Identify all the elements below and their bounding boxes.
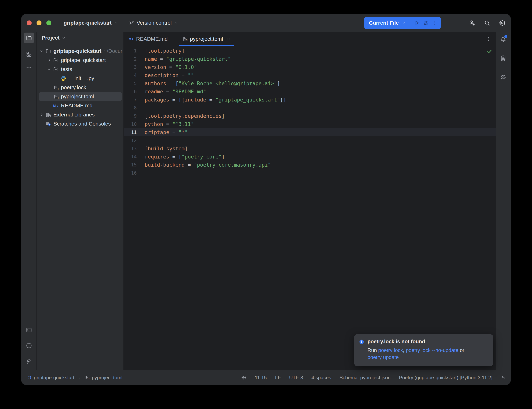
chevron-down-icon[interactable] bbox=[39, 48, 46, 54]
status-item-schema-pyproject-json[interactable]: Schema: pyproject.json bbox=[339, 375, 391, 381]
terminal-tool-button[interactable] bbox=[24, 325, 34, 335]
vcs-widget[interactable]: Version control bbox=[127, 17, 180, 28]
search-everywhere-button[interactable] bbox=[484, 19, 491, 26]
tree-item-label: tests bbox=[61, 66, 72, 72]
more-run-options-button[interactable] bbox=[432, 20, 438, 26]
tree-item-label: Scratches and Consoles bbox=[53, 121, 111, 127]
line-number: 15 bbox=[124, 161, 143, 169]
chevron-spacer bbox=[54, 76, 61, 81]
breadcrumb-file[interactable]: [T] pyproject.toml bbox=[85, 375, 122, 381]
tab-pyproject-toml[interactable]: [T]pyproject.toml bbox=[177, 32, 236, 46]
status-widgets: 11:15LFUTF-84 spacesSchema: pyproject.js… bbox=[241, 375, 506, 381]
copilot-status-icon[interactable] bbox=[241, 375, 247, 381]
status-item-4-spaces[interactable]: 4 spaces bbox=[312, 375, 331, 381]
notification-text: or bbox=[458, 347, 464, 353]
tab-label: README.md bbox=[136, 36, 167, 42]
status-item-utf-8[interactable]: UTF-8 bbox=[289, 375, 303, 381]
maximize-window-button[interactable] bbox=[46, 20, 51, 25]
code-text bbox=[143, 136, 145, 144]
tree-item-poetry-lock[interactable]: [T]poetry.lock bbox=[39, 83, 122, 92]
chevron-down-icon bbox=[62, 36, 66, 40]
editor-body[interactable]: 1[tool.poetry]2name = "griptape-quicksta… bbox=[124, 46, 496, 370]
toml-icon: [T] bbox=[53, 94, 59, 99]
code-line-10[interactable]: 10python = "^3.11" bbox=[124, 120, 496, 128]
lock-open-icon[interactable] bbox=[501, 375, 506, 380]
markdown-icon: M bbox=[128, 36, 134, 42]
run-button[interactable] bbox=[414, 20, 420, 26]
code-line-3[interactable]: 3version = "0.1.0" bbox=[124, 63, 496, 71]
structure-tool-button[interactable] bbox=[24, 49, 34, 59]
tree-item-external-libraries[interactable]: External Libraries bbox=[39, 110, 122, 119]
minimize-window-button[interactable] bbox=[37, 20, 41, 25]
code-line-8[interactable]: 8 bbox=[124, 104, 496, 112]
breadcrumb-project-label: griptape-quickstart bbox=[34, 375, 74, 381]
notification-body: Run poetry lock, poetry lock --no-update… bbox=[367, 347, 488, 361]
close-window-button[interactable] bbox=[27, 20, 32, 25]
version-control-tool-button[interactable] bbox=[24, 356, 34, 366]
project-panel: Project griptape-quickstart~/Documegript… bbox=[37, 32, 124, 370]
tree-item-readme-md[interactable]: MREADME.md bbox=[39, 101, 122, 110]
code-text: python = "^3.11" bbox=[143, 120, 194, 128]
notification-link-poetry-update[interactable]: poetry update bbox=[367, 354, 399, 360]
tree-item-label: README.md bbox=[61, 103, 92, 109]
project-panel-title: Project bbox=[42, 35, 60, 41]
status-item-lf[interactable]: LF bbox=[275, 375, 281, 381]
code-line-4[interactable]: 4description = "" bbox=[124, 71, 496, 79]
status-item-poetry-griptape-quickstart-python-3-11-2[interactable]: Poetry (griptape-quickstart) [Python 3.1… bbox=[399, 375, 492, 381]
tab-readme-md[interactable]: MREADME.md bbox=[124, 32, 173, 46]
code-view[interactable]: 1[tool.poetry]2name = "griptape-quicksta… bbox=[124, 46, 496, 177]
code-line-6[interactable]: 6readme = "README.md" bbox=[124, 87, 496, 96]
line-number: 13 bbox=[124, 144, 143, 153]
settings-button[interactable] bbox=[499, 19, 506, 26]
code-line-14[interactable]: 14requires = ["poetry-core"] bbox=[124, 153, 496, 161]
libraries-icon bbox=[46, 112, 51, 118]
chevron-right-icon[interactable] bbox=[46, 57, 53, 63]
project-panel-header[interactable]: Project bbox=[37, 32, 123, 41]
tree-item-scratches-and-consoles[interactable]: Scratches and Consoles bbox=[39, 119, 122, 128]
code-line-2[interactable]: 2name = "griptape-quickstart" bbox=[124, 55, 496, 63]
code-line-16[interactable]: 16 bbox=[124, 169, 496, 177]
tab-options-button[interactable] bbox=[486, 36, 492, 42]
more-tool-windows-button[interactable] bbox=[24, 62, 34, 73]
status-item-11-15[interactable]: 11:15 bbox=[255, 375, 267, 381]
code-line-1[interactable]: 1[tool.poetry] bbox=[124, 47, 496, 55]
notifications-tool-button[interactable] bbox=[498, 34, 509, 45]
notification-text: , bbox=[403, 347, 406, 353]
tree-item-tests[interactable]: tests bbox=[39, 65, 122, 74]
breadcrumb-project[interactable]: griptape-quickstart bbox=[27, 375, 74, 381]
debug-button[interactable] bbox=[423, 20, 429, 26]
tree-item-griptape-quickstart[interactable]: griptape-quickstart~/Docume bbox=[39, 46, 122, 56]
chevron-right-icon[interactable] bbox=[39, 112, 46, 117]
line-number: 5 bbox=[124, 79, 143, 87]
notification-link-poetry-lock[interactable]: poetry lock bbox=[378, 347, 403, 353]
project-tool-button[interactable] bbox=[24, 33, 34, 43]
chevron-down-icon[interactable] bbox=[46, 67, 53, 72]
code-text bbox=[143, 169, 145, 177]
code-line-11[interactable]: 11griptape = "*" bbox=[124, 128, 496, 136]
code-line-9[interactable]: 9[tool.poetry.dependencies] bbox=[124, 112, 496, 120]
code-line-12[interactable]: 12 bbox=[124, 136, 496, 144]
code-line-13[interactable]: 13[build-system] bbox=[124, 144, 496, 153]
code-line-7[interactable]: 7packages = [{include = "griptape_quicks… bbox=[124, 96, 496, 104]
code-line-15[interactable]: 15build-backend = "poetry.core.masonry.a… bbox=[124, 161, 496, 169]
chevron-right-icon bbox=[77, 375, 82, 380]
code-line-5[interactable]: 5authors = ["Kyle Roche <hello@griptape.… bbox=[124, 79, 496, 87]
tree-item-init-py[interactable]: __init__.py bbox=[39, 74, 122, 83]
project-tree: griptape-quickstart~/Documegriptape_quic… bbox=[37, 46, 123, 128]
add-user-button[interactable] bbox=[468, 19, 475, 26]
main-area: Project griptape-quickstart~/Documegript… bbox=[21, 32, 511, 370]
project-widget[interactable]: griptape-quickstart bbox=[62, 17, 120, 28]
title-bar: griptape-quickstart Version control Curr… bbox=[21, 14, 511, 32]
breadcrumb: griptape-quickstart [T] pyproject.toml bbox=[27, 375, 122, 381]
notification-link-poetry-lock-no-update[interactable]: poetry lock --no-update bbox=[406, 347, 459, 353]
tree-item-griptape-quickstart[interactable]: griptape_quickstart bbox=[39, 56, 122, 65]
ide-window: griptape-quickstart Version control Curr… bbox=[21, 14, 511, 385]
ai-assistant-tool-button[interactable] bbox=[498, 72, 509, 83]
window-controls bbox=[27, 20, 51, 25]
run-configuration-widget[interactable]: Current File bbox=[364, 17, 441, 29]
database-tool-button[interactable] bbox=[498, 53, 509, 64]
tree-item-pyproject-toml[interactable]: [T]pyproject.toml bbox=[39, 92, 122, 101]
close-tab-icon[interactable] bbox=[226, 37, 231, 41]
vcs-widget-label: Version control bbox=[137, 20, 172, 26]
problems-tool-button[interactable] bbox=[24, 340, 34, 351]
